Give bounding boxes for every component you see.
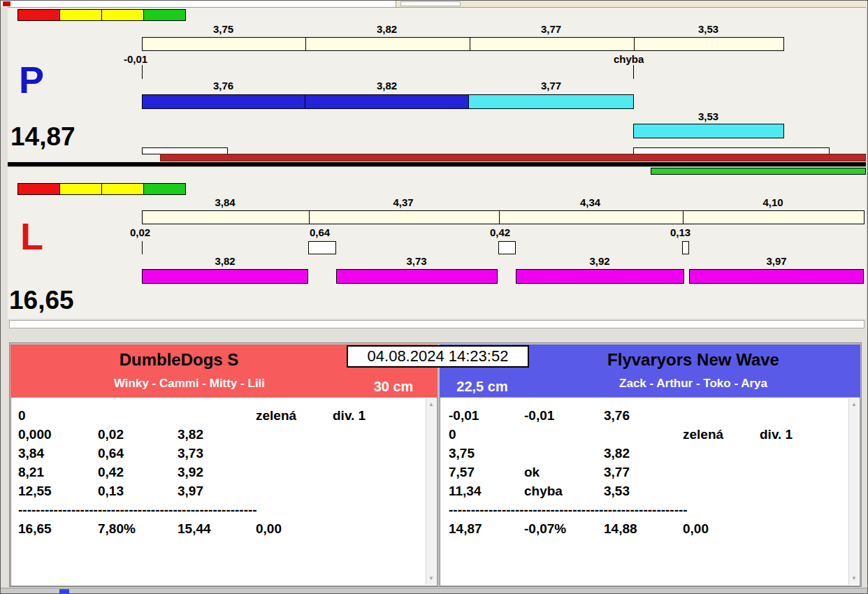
p-plan-bar [142,37,784,51]
p-run-cyan-segment [469,95,633,108]
result-cell: 3,84 [18,444,98,463]
result-row: 7,57ok3,77 [440,463,847,481]
result-cell: div. 1 [333,406,366,425]
result-cell [683,406,760,425]
result-cell: 0,00 [256,519,333,538]
result-cell [256,481,333,500]
team-left-name: DumbleDogs S [10,350,347,370]
result-cell: 15,44 [178,519,256,538]
legend-green-box [143,9,186,21]
p-run-bar-divider [305,95,305,108]
l-start-tick [142,241,143,254]
result-cell [683,481,760,500]
p-start-offset-label: -0,01 [124,53,166,65]
result-cell [524,444,604,463]
l-run-bar-3 [516,269,684,284]
team-left-members: Winky - Cammi - Mitty - Lili [10,377,368,391]
result-row: 11,34chyba3,53 [440,481,847,500]
result-cell: 3,82 [178,425,256,444]
l-exchange-box-2 [498,241,516,254]
result-cell: 12,55 [18,481,98,500]
green-progress-bar [651,168,866,175]
p-fault-label: chyba [614,53,663,65]
team-right-name: Flyvaryors New Wave [526,350,860,370]
result-cell: 3,97 [178,481,256,500]
p-plan-label-2: 3,82 [305,23,469,35]
result-cell: 3,73 [178,444,256,463]
result-row: 8,210,423,92 [11,463,424,481]
result-cell: 11,34 [449,481,524,500]
result-cell: zelená [683,425,760,444]
lane-l-letter: L [20,217,43,255]
result-cell [683,463,760,481]
result-cell [256,425,333,444]
l-plan-label-1: 3,84 [142,196,308,208]
result-cell: 3,75 [449,444,524,463]
result-cell [256,463,333,481]
result-cell [524,425,604,444]
result-cell: 0,13 [98,481,178,500]
top-red-chip [3,1,10,6]
l-run-label-1: 3,82 [142,255,308,267]
team-right-results: -0,01-0,013,76 0zelenádiv. 1 3,753,82 7,… [440,397,860,586]
result-row: 12,550,133,97 [11,481,424,500]
p-run-bar-divider [468,95,469,108]
p-run-bar [142,94,634,109]
l-exchange-box-1 [308,241,336,254]
datetime-display: 04.08.2024 14:23:52 [347,345,529,368]
lane-p-letter: P [19,61,44,99]
result-cell: 14,88 [604,519,683,538]
result-cell: 7,80% [98,519,178,538]
lane-l-legend [17,183,186,195]
l-plan-label-3: 4,34 [498,196,682,208]
l-plan-bar-divider [499,211,500,224]
flyball-timing-app-window: P 14,87 3,75 3,82 3,77 3,53 -0,01 chyba … [0,0,868,594]
result-cell: -0,01 [524,406,604,425]
lane-p-total-time: 14,87 [10,124,75,150]
top-window-box [400,1,461,6]
legend-red-box [17,183,60,195]
legend-yellow-box [59,183,102,195]
team-right-jump-height: 22,5 cm [444,379,521,395]
l-plan-label-4: 4,10 [682,196,864,208]
result-separator: ----------------------------------------… [440,500,847,519]
l-start-offset-label: 0,02 [130,226,172,238]
lane-p-legend [17,9,186,21]
result-row: 3,753,82 [440,444,847,463]
result-cell: div. 1 [760,425,793,444]
scroll-down-icon[interactable]: ▼ [849,574,859,584]
p-last-run-bar [633,124,784,138]
scroll-up-icon[interactable]: ▲ [849,400,859,410]
p-plan-label-3: 3,77 [469,23,633,35]
l-plan-label-2: 4,37 [308,196,498,208]
team-right-scrollbar[interactable]: ▲ ▼ [848,398,859,585]
result-cell: zelená [256,406,333,425]
result-cell: 16,65 [18,519,98,538]
team-right-results-text: -0,01-0,013,76 0zelenádiv. 1 3,753,82 7,… [440,406,847,538]
middle-sunken-strip [9,320,865,328]
result-cell: 0,00 [683,519,760,538]
result-cell [604,425,683,444]
result-cell: chyba [524,481,604,500]
result-cell: 3,77 [604,463,683,481]
team-left-scrollbar[interactable]: ▲ ▼ [426,398,436,585]
result-cell: 3,82 [604,444,683,463]
scroll-down-icon[interactable]: ▼ [426,574,436,584]
l-run-bar-1 [142,269,308,284]
result-row: 3,840,643,73 [11,444,424,463]
l-plan-bar-divider [309,211,310,224]
result-row: -0,01-0,013,76 [440,406,847,425]
p-plan-bar-divider [634,38,635,50]
result-cell: 0,64 [98,444,178,463]
l-exchange-label-2: 0,42 [490,226,532,238]
legend-yellow-box-2 [101,9,144,21]
result-cell: 3,76 [604,406,683,425]
bottom-blue-chip [59,589,69,594]
bottom-bar [1,588,868,594]
result-cell: 3,92 [178,463,256,481]
result-summary-row: 14,87-0,07%14,880,00 [440,519,847,538]
scroll-up-icon[interactable]: ▲ [426,400,436,410]
result-cell [98,406,178,425]
legend-yellow-box [59,9,102,21]
result-cell: 3,53 [604,481,683,500]
